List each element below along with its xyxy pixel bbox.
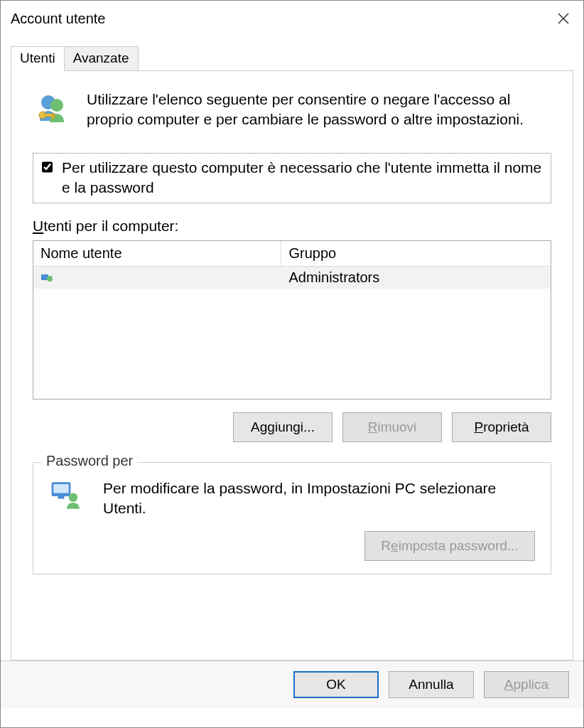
close-button[interactable] xyxy=(544,1,583,36)
close-icon xyxy=(558,13,569,24)
require-login-row: Per utilizzare questo computer è necessa… xyxy=(33,153,551,203)
tab-panel-users: Utilizzare l'elenco seguente per consent… xyxy=(11,70,573,660)
tab-strip: Utenti Avanzate xyxy=(11,46,573,70)
tab-users[interactable]: Utenti xyxy=(11,46,65,71)
password-text: Per modificare la password, in Impostazi… xyxy=(103,478,535,519)
svg-point-8 xyxy=(47,276,53,282)
svg-rect-11 xyxy=(58,496,65,499)
monitor-user-icon xyxy=(49,478,89,518)
user-buttons-row: Aggiungi... Rimuovi Proprietà xyxy=(33,412,551,442)
password-body: Per modificare la password, in Impostazi… xyxy=(49,478,535,519)
cancel-button[interactable]: Annulla xyxy=(389,671,474,698)
users-listview[interactable]: Nome utente Gruppo Administrators xyxy=(33,240,551,400)
dialog-button-bar: OK Annulla Applica xyxy=(1,660,583,708)
password-button-row: Reimposta password... xyxy=(49,531,535,561)
tab-area: Utenti Avanzate Utilizzare l'elenco segu… xyxy=(11,46,573,660)
password-groupbox: Password per Per modificare la password,… xyxy=(33,462,551,575)
ok-button[interactable]: OK xyxy=(293,671,379,698)
column-username[interactable]: Nome utente xyxy=(33,241,281,266)
user-icon xyxy=(40,272,53,283)
svg-rect-6 xyxy=(52,114,54,119)
require-login-label: Per utilizzare questo computer è necessa… xyxy=(62,158,545,198)
properties-button[interactable]: Proprietà xyxy=(452,412,551,442)
svg-point-3 xyxy=(50,99,63,112)
tab-advanced[interactable]: Avanzate xyxy=(65,46,139,71)
listview-header: Nome utente Gruppo xyxy=(33,241,551,267)
add-button[interactable]: Aggiungi... xyxy=(233,412,332,442)
column-group[interactable]: Gruppo xyxy=(281,241,551,266)
users-keys-icon xyxy=(33,90,72,133)
reset-password-button[interactable]: Reimposta password... xyxy=(364,531,535,561)
table-row[interactable]: Administrators xyxy=(33,267,551,289)
intro-row: Utilizzare l'elenco seguente per consent… xyxy=(33,90,551,133)
apply-button[interactable]: Applica xyxy=(484,671,569,698)
users-list-label: Utenti per il computer: xyxy=(33,218,551,235)
svg-rect-10 xyxy=(53,484,68,493)
titlebar: Account utente xyxy=(1,1,583,36)
window-title: Account utente xyxy=(11,11,105,27)
intro-text: Utilizzare l'elenco seguente per consent… xyxy=(87,90,551,130)
password-legend: Password per xyxy=(42,453,137,469)
require-login-checkbox[interactable] xyxy=(42,161,53,173)
remove-button[interactable]: Rimuovi xyxy=(342,412,442,442)
cell-username xyxy=(33,267,281,289)
svg-point-12 xyxy=(69,493,78,502)
cell-group: Administrators xyxy=(281,267,551,289)
